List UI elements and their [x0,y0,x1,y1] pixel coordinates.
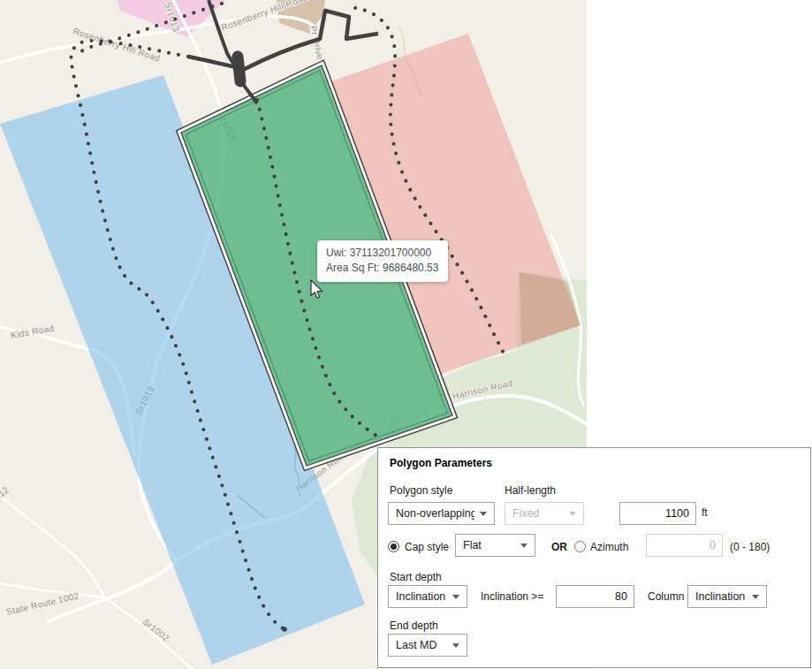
azimuth-range-hint: (0 - 180) [730,541,770,553]
half-length-label: Half-length [505,484,556,497]
inclination-threshold-input[interactable] [556,585,634,608]
cap-style-value: Flat [463,539,515,551]
chevron-down-icon [480,512,487,516]
half-length-dropdown[interactable]: Fixed [505,502,584,525]
column-value: Inclination [695,590,747,603]
well-pad-blob [238,57,240,81]
map-tooltip: Uwi: 37113201700000 Area Sq Ft: 9686480.… [317,240,448,282]
inclination-condition-label: Inclination >= [481,590,543,603]
app-window: Sr1013 Rosenberry Hill Road Rosenberry H… [0,0,812,669]
column-label: Column [648,590,684,603]
start-depth-label: Start depth [390,571,442,583]
chevron-down-icon [752,595,759,599]
lateral-end-dot [282,627,287,632]
start-depth-value: Inclination [396,590,447,603]
cap-style-dropdown[interactable]: Flat [455,534,535,557]
start-depth-dropdown[interactable]: Inclination [388,585,467,608]
chevron-down-icon [452,643,459,648]
cap-style-label: Cap style [405,541,449,553]
end-depth-label: End depth [390,620,438,632]
chevron-down-icon [452,595,459,599]
polygon-style-dropdown[interactable]: Non-overlapping [388,502,495,525]
azimuth-radio[interactable] [574,541,586,552]
chevron-down-icon [520,544,527,548]
polygon-parameters-panel: Polygon Parameters Polygon style Half-le… [377,447,811,668]
panel-title: Polygon Parameters [390,457,492,469]
column-dropdown[interactable]: Inclination [687,585,767,608]
end-depth-value: Last MD [396,639,447,651]
azimuth-label: Azimuth [590,541,628,553]
cap-style-radio[interactable] [388,541,399,552]
or-label: OR [551,541,567,553]
half-length-unit: ft [702,506,708,519]
end-depth-dropdown[interactable]: Last MD [388,634,467,657]
chevron-down-icon [569,512,576,516]
azimuth-input[interactable] [646,534,723,557]
polygon-style-label: Polygon style [390,484,452,497]
tooltip-area: Area Sq Ft: 9686480.53 [326,261,438,276]
half-length-input[interactable] [619,502,696,525]
tooltip-uwi: Uwi: 37113201700000 [326,246,438,261]
polygon-style-value: Non-overlapping [396,507,474,520]
half-length-value: Fixed [512,507,564,520]
